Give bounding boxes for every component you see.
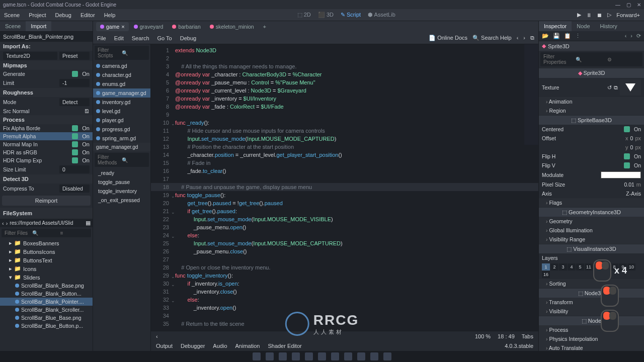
premult-checkbox[interactable] (72, 133, 78, 139)
fliph-checkbox[interactable] (624, 153, 630, 159)
offset-y-field[interactable]: 0 (630, 144, 633, 150)
mode-assetlib[interactable]: ⬢ AssetLib (368, 12, 395, 18)
method-item[interactable]: toggle_pause (93, 177, 150, 187)
code-line[interactable]: 31 _inventory.close() (151, 288, 538, 296)
script-item[interactable]: spring_arm.gd (93, 134, 150, 143)
folder-item[interactable]: ▸📁ButtonsText (0, 256, 93, 264)
layer-cell[interactable]: 1 (542, 263, 550, 270)
menu-debug[interactable]: Debug (55, 12, 71, 18)
taskbar-icon[interactable] (266, 352, 274, 360)
fs-toggle-icon[interactable]: ▦ (86, 220, 91, 226)
file-item[interactable]: ScrollBar_Blank_Button... (0, 290, 93, 298)
taskbar-icon[interactable] (279, 352, 287, 360)
preset-button[interactable]: Preset (59, 52, 90, 60)
scene-tab-game[interactable]: game × (96, 22, 129, 31)
reimport-button[interactable]: Reimport (2, 196, 91, 206)
tab-output[interactable]: Output (156, 343, 173, 349)
centered-checkbox[interactable] (624, 126, 630, 132)
size-limit-field[interactable]: 0 (59, 165, 90, 173)
insp-fwd-icon[interactable]: › (630, 33, 632, 39)
code-line[interactable]: 16 _fade.to_clear() (151, 167, 538, 175)
code-line[interactable]: 6@onready var _current_level : Node3D = … (151, 86, 538, 95)
tab-history[interactable]: History (595, 21, 622, 31)
insp-copy-icon[interactable]: 📋 (564, 33, 571, 39)
texture-preview[interactable] (620, 79, 641, 96)
filter-toggle-icon[interactable]: ⚙ (607, 57, 639, 62)
code-line[interactable]: 8@onready var _fade : ColorRect = $UI/Fa… (151, 103, 538, 111)
insp-save-icon[interactable]: 💾 (553, 33, 560, 39)
flipv-checkbox[interactable] (624, 162, 630, 168)
play-scene-icon[interactable]: ▷ (607, 12, 611, 18)
editor-menu-debug[interactable]: Debug (180, 35, 196, 41)
scene-tab-skeleton_minion[interactable]: skeleton_minion (206, 22, 258, 31)
nav-fwd-icon[interactable]: › (523, 35, 525, 41)
limit-field[interactable]: -1 (59, 79, 90, 87)
group-physics-interp[interactable]: Physics Interpolation (539, 334, 644, 343)
mode-dropdown[interactable]: Detect (59, 98, 90, 106)
method-item[interactable]: _ready (93, 168, 150, 177)
fs-back-icon[interactable]: ‹ (2, 220, 4, 226)
taskbar-icon[interactable] (370, 352, 378, 360)
hdr-srgb-checkbox[interactable] (72, 149, 78, 155)
code-line[interactable]: 25 Input.set_mouse_mode(Input.MOUSE_MODE… (151, 239, 538, 247)
layer-cell[interactable]: 8 (610, 263, 618, 270)
group-flags[interactable]: Flags (539, 198, 644, 207)
code-line[interactable]: 33 _inventory.open() (151, 304, 538, 312)
taskbar-icon[interactable] (383, 352, 391, 360)
code-line[interactable]: 28 # Open or close the inventory menu. (151, 263, 538, 272)
layer-cell[interactable]: 5 (576, 263, 584, 270)
group-sorting[interactable]: Sorting (539, 279, 644, 288)
texture-revert-icon[interactable]: ↺ (607, 84, 612, 91)
code-line[interactable]: 18 # Pause and unpause the game, display… (151, 183, 538, 191)
play-icon[interactable]: ▶ (577, 12, 581, 18)
pixel-size-field[interactable]: 0.01 (624, 182, 634, 188)
h-scroll-left-icon[interactable]: ‹ (156, 333, 158, 339)
script-item[interactable]: enums.gd (93, 79, 150, 88)
menu-project[interactable]: Project (29, 12, 46, 18)
code-line[interactable]: 11 # Hide cursor and use mouse inputs fo… (151, 127, 538, 135)
taskbar-icon[interactable] (344, 352, 352, 360)
zoom-level[interactable]: 100 % (475, 333, 491, 339)
file-item[interactable]: ScrollBar_Blank_Scroller... (0, 306, 93, 314)
close-tab-icon[interactable]: × (121, 24, 124, 30)
script-item[interactable]: player.gd (93, 116, 150, 125)
script-item[interactable]: level.gd (93, 107, 150, 116)
stop-icon[interactable]: ⏹ (597, 12, 602, 18)
code-line[interactable]: 35 # Return to the title scene (151, 320, 538, 328)
taskbar-icon[interactable] (318, 352, 326, 360)
tab-shader[interactable]: Shader Editor (268, 343, 301, 349)
folder-item[interactable]: ▸📁Icons (0, 264, 93, 273)
editor-menu-search[interactable]: Search (132, 35, 149, 41)
maximize-icon[interactable]: ▢ (626, 2, 631, 8)
offset-x-field[interactable]: 0 (630, 135, 633, 141)
code-line[interactable]: 15 # Fade in (151, 159, 538, 167)
compress-dropdown[interactable]: Disabled (59, 185, 90, 193)
insp-more-icon[interactable]: ⋮ (575, 33, 581, 39)
tab-node[interactable]: Node (572, 21, 595, 31)
taskbar-icon[interactable] (292, 352, 300, 360)
layer-cell[interactable]: 7 (602, 263, 610, 270)
group-animation[interactable]: Animation (539, 97, 644, 106)
group-visibility[interactable]: Visibility (539, 307, 644, 316)
code-line[interactable]: 9 (151, 111, 538, 119)
editor-menu-edit[interactable]: Edit (114, 35, 124, 41)
group-visibility-range[interactable]: Visibility Range (539, 235, 644, 244)
scene-tab-barbarian[interactable]: barbarian (168, 22, 204, 31)
file-item[interactable]: ScrollBar_Blank_Pointer.... (0, 298, 93, 306)
code-line[interactable]: 29⌄func toggle_inventory(): (151, 272, 538, 280)
script-item[interactable]: game_manager.gd (93, 88, 150, 98)
close-icon[interactable]: ✕ (637, 2, 641, 8)
layer-cell[interactable]: 16 (542, 271, 550, 278)
chevron-icon[interactable]: ▾ (9, 274, 12, 281)
taskbar-icon[interactable] (305, 352, 313, 360)
folder-item[interactable]: ▸📁ButtonsIcons (0, 247, 93, 256)
group-gi[interactable]: Global Illumination (539, 226, 644, 235)
chevron-icon[interactable]: ▸ (9, 240, 12, 246)
code-line[interactable]: 14 _character.position = _current_level.… (151, 151, 538, 159)
code-line[interactable]: 30⌄ if _inventory.is_open: (151, 280, 538, 288)
group-geometry[interactable]: Geometry (539, 217, 644, 226)
filesystem-tree[interactable]: ▸📁BoxesBanners▸📁ButtonsIcons▸📁ButtonsTex… (0, 239, 93, 351)
tab-import[interactable]: Import (26, 21, 51, 31)
layer-cell[interactable]: 10 (627, 263, 635, 270)
folder-item[interactable]: ▾📁Sliders (0, 273, 93, 282)
